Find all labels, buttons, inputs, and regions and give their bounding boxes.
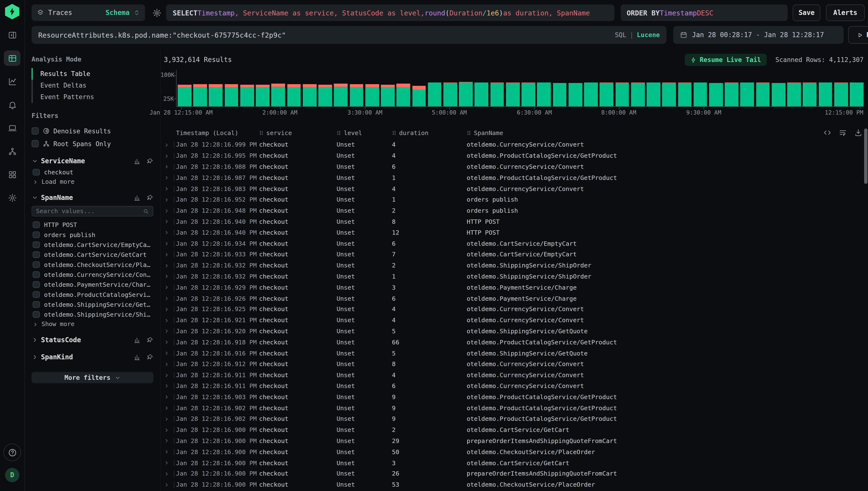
table-row[interactable]: Jan 28 12:28:16.900 PMcheckoutUnset26pre…	[160, 468, 868, 479]
filter-value-row[interactable]: oteldemo.ProductCatalogServi…	[32, 290, 153, 299]
filter-toggle-denoise-results[interactable]: Denoise Results	[32, 125, 153, 138]
row-expander[interactable]	[164, 142, 176, 148]
table-row[interactable]: Jan 28 12:28:16.995 PMcheckoutUnset4otel…	[160, 150, 868, 161]
rail-item-dashboards[interactable]	[4, 167, 21, 182]
histogram-bar[interactable]	[443, 83, 457, 107]
row-expander[interactable]	[164, 153, 176, 159]
histogram-bar[interactable]	[334, 84, 348, 107]
search-values-input[interactable]	[36, 208, 143, 215]
table-row[interactable]: Jan 28 12:28:16.952 PMcheckoutUnset1orde…	[160, 194, 868, 205]
histogram-bar[interactable]	[381, 84, 395, 107]
save-button[interactable]: Save	[793, 4, 820, 21]
column-header-service[interactable]: service	[259, 129, 336, 137]
table-row[interactable]: Jan 28 12:28:16.999 PMcheckoutUnset4otel…	[160, 140, 868, 150]
row-expander[interactable]	[164, 164, 176, 170]
table-row[interactable]: Jan 28 12:28:16.921 PMcheckoutUnset4otel…	[160, 315, 868, 326]
row-expander[interactable]	[164, 460, 176, 466]
table-row[interactable]: Jan 28 12:28:16.900 PMcheckoutUnset50ote…	[160, 446, 868, 457]
filter-value-row[interactable]: oteldemo.CartService/GetCart	[32, 250, 153, 259]
histogram-bar[interactable]	[615, 83, 629, 107]
table-row[interactable]: Jan 28 12:28:16.932 PMcheckoutUnset2otel…	[160, 260, 868, 271]
filter-group-servicename[interactable]: ServiceName	[32, 155, 153, 167]
column-header-duration[interactable]: duration	[392, 129, 467, 137]
column-header-level[interactable]: level	[337, 129, 392, 137]
histogram-bar[interactable]	[240, 84, 254, 107]
column-header-spanname[interactable]: SpanName	[467, 129, 868, 137]
row-expander[interactable]	[164, 482, 176, 488]
pin-icon[interactable]	[146, 337, 153, 344]
histogram-bar[interactable]	[772, 83, 785, 107]
histogram-bar[interactable]	[741, 83, 754, 107]
histogram-bar[interactable]	[521, 83, 535, 107]
row-expander[interactable]	[164, 241, 176, 247]
row-expander[interactable]	[164, 186, 176, 192]
checkbox[interactable]	[33, 251, 39, 258]
table-row[interactable]: Jan 28 12:28:16.948 PMcheckoutUnset2orde…	[160, 205, 868, 216]
checkbox[interactable]	[32, 127, 38, 135]
bar-chart-icon[interactable]	[133, 157, 141, 165]
filter-value-row[interactable]: HTTP POST	[32, 220, 153, 230]
filter-value-row[interactable]: oteldemo.CartService/EmptyCa…	[32, 240, 153, 250]
language-lucene-toggle[interactable]: Lucene	[637, 31, 660, 39]
row-expander[interactable]	[164, 197, 176, 203]
histogram-bar[interactable]	[350, 84, 363, 107]
histogram-bar[interactable]	[397, 84, 410, 107]
table-row[interactable]: Jan 28 12:28:16.933 PMcheckoutUnset7otel…	[160, 249, 868, 260]
histogram-bar[interactable]	[569, 83, 582, 107]
histogram-bar[interactable]	[412, 86, 426, 107]
column-header-timestamp-local-[interactable]: Timestamp (Local)	[176, 129, 259, 137]
table-row[interactable]: Jan 28 12:28:16.926 PMcheckoutUnset6otel…	[160, 293, 868, 304]
drag-handle-icon[interactable]	[392, 130, 396, 136]
row-expander[interactable]	[164, 372, 176, 378]
histogram-bar[interactable]	[271, 84, 285, 107]
table-row[interactable]: Jan 28 12:28:16.900 PMcheckoutUnset3otel…	[160, 458, 868, 468]
download-icon[interactable]	[854, 128, 863, 137]
row-expander[interactable]	[164, 317, 176, 323]
filter-show-more[interactable]: Show more	[32, 320, 153, 329]
drag-handle-icon[interactable]	[467, 130, 471, 136]
sql-select-editor[interactable]: SELECT Timestamp, ServiceName as service…	[166, 4, 615, 21]
table-row[interactable]: Jan 28 12:28:16.902 PMcheckoutUnset9otel…	[160, 403, 868, 413]
table-row[interactable]: Jan 28 12:28:16.929 PMcheckoutUnset3otel…	[160, 282, 868, 293]
row-expander[interactable]	[164, 285, 176, 291]
row-expander[interactable]	[164, 230, 176, 236]
table-row[interactable]: Jan 28 12:28:16.934 PMcheckoutUnset6otel…	[160, 238, 868, 249]
source-settings-gear-icon[interactable]	[152, 8, 161, 18]
histogram-bar[interactable]	[834, 83, 848, 107]
filter-group-spanname[interactable]: SpanName	[32, 192, 153, 204]
histogram-bar[interactable]	[318, 84, 332, 107]
histogram-bar[interactable]	[365, 84, 379, 107]
rail-item-alerts[interactable]	[4, 97, 21, 112]
histogram-bar[interactable]	[709, 83, 723, 107]
rail-item-client-sessions[interactable]	[4, 120, 21, 136]
row-expander[interactable]	[164, 295, 176, 301]
checkbox[interactable]	[33, 271, 39, 278]
filter-toggle-root-spans-only[interactable]: Root Spans Only	[32, 137, 153, 150]
table-row[interactable]: Jan 28 12:28:16.988 PMcheckoutUnset6otel…	[160, 161, 868, 172]
table-row[interactable]: Jan 28 12:28:16.918 PMcheckoutUnset66ote…	[160, 337, 868, 348]
filter-load-more[interactable]: Load more	[32, 177, 153, 187]
histogram-bar[interactable]	[506, 83, 519, 107]
histogram-bar[interactable]	[537, 82, 551, 107]
alerts-button[interactable]: Alerts	[826, 4, 865, 21]
table-row[interactable]: Jan 28 12:28:16.916 PMcheckoutUnset5otel…	[160, 348, 868, 358]
table-row[interactable]: Jan 28 12:28:16.932 PMcheckoutUnset1otel…	[160, 271, 868, 282]
analysis-mode-results-table[interactable]: Results Table	[32, 68, 153, 80]
histogram-bar[interactable]	[490, 83, 504, 107]
hyperdx-logo-icon[interactable]	[5, 4, 20, 19]
table-row[interactable]: Jan 28 12:28:16.902 PMcheckoutUnset9otel…	[160, 413, 868, 425]
row-expander[interactable]	[164, 350, 176, 356]
filter-value-search[interactable]	[32, 206, 153, 216]
checkbox[interactable]	[32, 140, 38, 147]
filter-value-row[interactable]: oteldemo.CheckoutService/Pla…	[32, 260, 153, 270]
checkbox[interactable]	[33, 261, 39, 268]
table-row[interactable]: Jan 28 12:28:16.911 PMcheckoutUnset4otel…	[160, 370, 868, 380]
histogram-bar[interactable]	[287, 84, 301, 107]
row-expander[interactable]	[164, 306, 176, 312]
date-range-picker[interactable]: Jan 28 00:28:17 - Jan 28 12:28:17	[673, 26, 844, 44]
rail-item-chart-explorer[interactable]	[4, 74, 21, 89]
row-expander[interactable]	[164, 361, 176, 367]
table-row[interactable]: Jan 28 12:28:16.903 PMcheckoutUnset9otel…	[160, 392, 868, 403]
filter-value-row[interactable]: oteldemo.PaymentService/Char…	[32, 280, 153, 289]
rail-item-settings[interactable]	[4, 190, 21, 205]
